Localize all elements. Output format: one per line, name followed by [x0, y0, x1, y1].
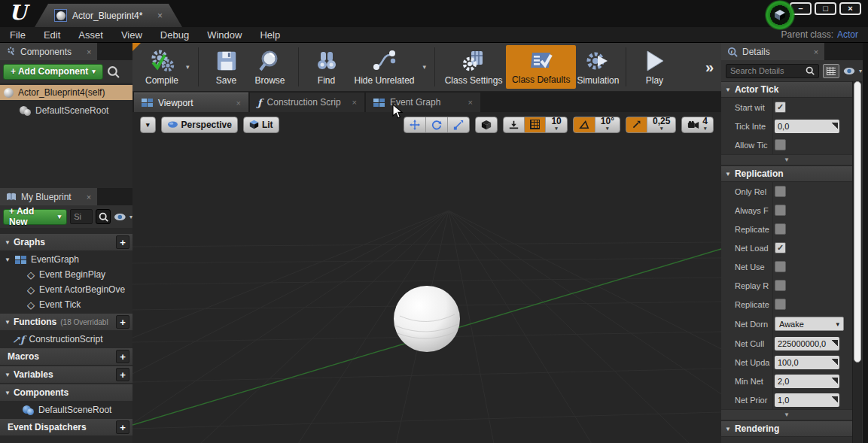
- caret-down-icon[interactable]: ▾: [859, 68, 862, 74]
- advanced-expander[interactable]: ▼: [721, 154, 852, 165]
- tab-close-icon[interactable]: ×: [352, 98, 357, 107]
- checkbox-unchecked[interactable]: [775, 223, 786, 235]
- rotation-snap-value-button[interactable]: 10°▾: [595, 117, 620, 132]
- panel-close-icon[interactable]: ×: [87, 47, 91, 56]
- add-component-button[interactable]: + Add Component▾: [3, 64, 103, 80]
- simulation-button[interactable]: Simulation: [576, 45, 620, 89]
- tree-row-eventgraph[interactable]: ▼ EventGraph: [0, 252, 132, 267]
- scale-tool-button[interactable]: [447, 117, 469, 132]
- tree-row-constructionscript[interactable]: ↗ƒ ConstructionScript: [0, 332, 132, 347]
- functions-section-header[interactable]: ▼ Functions (18 Overridabl +: [0, 314, 132, 330]
- panel-close-icon[interactable]: ×: [87, 193, 91, 202]
- number-field[interactable]: 100,0: [775, 356, 839, 369]
- my-blueprint-search-input[interactable]: Si: [70, 209, 93, 224]
- details-search-input[interactable]: Search Details: [726, 64, 819, 78]
- parent-class-link[interactable]: Actor: [837, 29, 858, 40]
- rotate-tool-button[interactable]: [425, 117, 447, 132]
- move-tool-button[interactable]: [404, 117, 425, 132]
- macros-section-header[interactable]: Macros +: [0, 348, 132, 365]
- close-button[interactable]: ×: [839, 2, 861, 15]
- tab-event-graph[interactable]: Event Graph ×: [366, 93, 480, 112]
- tab-close-icon[interactable]: ×: [468, 98, 473, 107]
- components-panel-tab[interactable]: Components ×: [0, 43, 97, 60]
- tree-row-event-tick[interactable]: ◇ Event Tick: [0, 297, 132, 312]
- scale-snap-toggle[interactable]: [626, 117, 647, 132]
- menu-edit[interactable]: Edit: [44, 29, 60, 41]
- net-dormancy-dropdown[interactable]: Awake▾: [775, 317, 844, 331]
- class-defaults-button[interactable]: Class Defaults: [506, 45, 576, 89]
- menu-help[interactable]: Help: [260, 29, 280, 41]
- my-blueprint-panel-tab[interactable]: My Blueprint ×: [0, 188, 97, 205]
- variables-section-header[interactable]: ▼ Variables +: [0, 366, 132, 383]
- save-button[interactable]: Save: [205, 45, 248, 89]
- checkbox-checked[interactable]: ✓: [775, 102, 786, 113]
- component-row-scene-root[interactable]: DefaultSceneRoot: [0, 103, 132, 118]
- scale-snap-value-button[interactable]: 0,25▾: [647, 117, 675, 132]
- menu-file[interactable]: File: [10, 29, 26, 41]
- grid-snap-value-button[interactable]: 10▾: [545, 117, 566, 132]
- add-event-dispatcher-button[interactable]: +: [116, 420, 129, 434]
- number-field[interactable]: 225000000,0: [775, 337, 839, 350]
- checkbox-unchecked[interactable]: [775, 139, 786, 150]
- tree-row-event-actorbeginoverlap[interactable]: ◇ Event ActorBeginOve: [0, 282, 132, 297]
- rotation-snap-toggle[interactable]: [574, 117, 595, 132]
- add-macro-button[interactable]: +: [116, 350, 129, 363]
- details-scrollbar-track[interactable]: [852, 81, 862, 443]
- tab-viewport[interactable]: Viewport ×: [134, 93, 248, 112]
- section-header-actor-tick[interactable]: ▼ Actor Tick: [721, 81, 852, 98]
- surface-snap-button[interactable]: [504, 117, 524, 132]
- checkbox-unchecked[interactable]: [775, 261, 786, 272]
- grid-snap-toggle[interactable]: [524, 117, 545, 132]
- asset-tab-actor-blueprint4[interactable]: Actor_Blueprint4* ×: [35, 4, 182, 27]
- 3d-viewport[interactable]: ▾ Perspective Lit: [132, 113, 721, 443]
- add-new-button[interactable]: + Add New▾: [3, 209, 67, 225]
- component-row-self[interactable]: Actor_Blueprint4(self): [0, 85, 132, 100]
- components-section-header[interactable]: ▼ Components: [0, 384, 132, 401]
- visibility-eye-icon[interactable]: [843, 67, 855, 75]
- perspective-button[interactable]: Perspective: [161, 117, 238, 133]
- checkbox-unchecked[interactable]: [775, 299, 786, 310]
- toolbar-overflow-chevrons[interactable]: »: [705, 59, 714, 76]
- play-button[interactable]: Play: [632, 45, 676, 89]
- advanced-expander[interactable]: ▼: [721, 409, 852, 420]
- add-variable-button[interactable]: +: [116, 368, 129, 381]
- details-scrollbar-thumb[interactable]: [854, 81, 861, 363]
- menu-window[interactable]: Window: [207, 29, 242, 41]
- search-icon[interactable]: [107, 65, 120, 78]
- event-dispatchers-section-header[interactable]: Event Dispatchers +: [0, 419, 132, 435]
- lit-mode-button[interactable]: Lit: [243, 117, 279, 133]
- viewport-options-button[interactable]: ▾: [140, 117, 156, 133]
- tree-row-default-scene-root[interactable]: DefaultSceneRoot: [0, 402, 132, 417]
- tree-row-event-beginplay[interactable]: ◇ Event BeginPlay: [0, 267, 132, 282]
- add-graph-button[interactable]: +: [116, 235, 129, 249]
- checkbox-unchecked[interactable]: [775, 280, 786, 291]
- camera-speed-button[interactable]: 4▾: [682, 117, 713, 132]
- menu-debug[interactable]: Debug: [160, 29, 189, 41]
- details-panel-tab[interactable]: i Details ×: [721, 43, 824, 60]
- browse-button[interactable]: Browse: [248, 45, 292, 89]
- tab-close-icon[interactable]: ×: [236, 99, 241, 108]
- compile-options-caret-icon[interactable]: ▾: [186, 63, 190, 71]
- tab-close-icon[interactable]: ×: [157, 11, 163, 21]
- property-matrix-button[interactable]: [823, 64, 839, 78]
- checkbox-checked[interactable]: ✓: [775, 242, 786, 253]
- compile-button[interactable]: Compile: [140, 45, 184, 89]
- add-function-button[interactable]: +: [116, 315, 129, 329]
- menu-view[interactable]: View: [121, 29, 142, 41]
- checkbox-unchecked[interactable]: [775, 205, 786, 216]
- section-header-rendering[interactable]: ▼ Rendering: [721, 420, 852, 437]
- find-button[interactable]: Find: [305, 45, 349, 89]
- tab-construction-script[interactable]: ƒ Construction Scrip ×: [250, 93, 364, 112]
- coordinate-system-button[interactable]: [475, 117, 498, 133]
- graphs-section-header[interactable]: ▼ Graphs +: [0, 234, 132, 250]
- class-settings-button[interactable]: Class Settings: [441, 45, 506, 89]
- section-header-replication[interactable]: ▼ Replication: [721, 165, 852, 182]
- search-button[interactable]: [96, 209, 111, 224]
- checkbox-unchecked[interactable]: [775, 186, 786, 197]
- number-field[interactable]: 0,0: [775, 120, 839, 133]
- hide-unrelated-caret-icon[interactable]: ▾: [423, 63, 427, 71]
- panel-close-icon[interactable]: ×: [814, 47, 818, 56]
- number-field[interactable]: 2,0: [775, 375, 839, 388]
- hide-unrelated-button[interactable]: Hide Unrelated: [349, 45, 421, 89]
- menu-asset[interactable]: Asset: [78, 29, 103, 41]
